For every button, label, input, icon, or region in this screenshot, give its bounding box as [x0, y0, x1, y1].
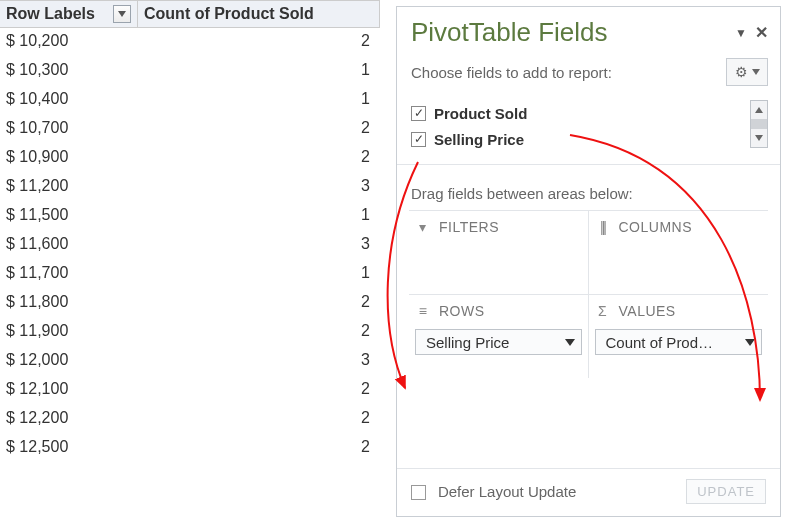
row-label: $ 11,900 [0, 318, 138, 347]
field-list-scrollbar[interactable] [750, 100, 768, 148]
row-label: $ 10,700 [0, 115, 138, 144]
drag-instruction: Drag fields between areas below: [397, 164, 780, 210]
rows-field-label: Selling Price [426, 334, 509, 351]
row-value: 2 [138, 144, 380, 173]
values-field-pill[interactable]: Count of Prod… [595, 329, 763, 355]
table-row[interactable]: $ 10,9002 [0, 144, 380, 173]
rows-header: ROWS [439, 303, 485, 319]
sigma-icon: Σ [595, 303, 611, 319]
defer-layout-row[interactable]: Defer Layout Update [411, 483, 576, 501]
row-label: $ 10,400 [0, 86, 138, 115]
table-row[interactable]: $ 11,6003 [0, 231, 380, 260]
table-row[interactable]: $ 10,7002 [0, 115, 380, 144]
chevron-down-icon[interactable]: ▼ [735, 26, 747, 40]
update-button[interactable]: UPDATE [686, 479, 766, 504]
table-row[interactable]: $ 11,5001 [0, 202, 380, 231]
table-row[interactable]: $ 12,2002 [0, 405, 380, 434]
chevron-down-icon [565, 339, 575, 346]
filter-icon: ▾ [415, 219, 431, 235]
table-row[interactable]: $ 12,5002 [0, 434, 380, 463]
row-label: $ 11,600 [0, 231, 138, 260]
scroll-up-button[interactable] [751, 101, 767, 119]
rows-field-pill[interactable]: Selling Price [415, 329, 582, 355]
table-row[interactable]: $ 11,8002 [0, 289, 380, 318]
table-row[interactable]: $ 12,0003 [0, 347, 380, 376]
pivot-table: Row Labels Count of Product Sold $ 10,20… [0, 0, 380, 523]
count-header: Count of Product Sold [138, 1, 380, 27]
chevron-down-icon [118, 11, 126, 17]
row-label: $ 11,700 [0, 260, 138, 289]
row-label: $ 11,800 [0, 289, 138, 318]
field-item-selling-price[interactable]: ✓ Selling Price [411, 126, 768, 152]
columns-area[interactable]: ||| COLUMNS [589, 210, 769, 294]
row-label: $ 11,200 [0, 173, 138, 202]
columns-icon: ||| [595, 219, 611, 235]
table-row[interactable]: $ 10,2002 [0, 28, 380, 57]
rows-area[interactable]: ≡ ROWS Selling Price [409, 294, 589, 378]
pivottable-fields-pane: PivotTable Fields ▼ ✕ Choose fields to a… [396, 6, 781, 517]
row-value: 2 [138, 405, 380, 434]
row-label: $ 10,300 [0, 57, 138, 86]
row-value: 3 [138, 173, 380, 202]
count-header-text: Count of Product Sold [144, 5, 314, 23]
row-value: 1 [138, 260, 380, 289]
table-row[interactable]: $ 11,2003 [0, 173, 380, 202]
row-value: 2 [138, 376, 380, 405]
row-labels-filter-button[interactable] [113, 5, 131, 23]
pivot-body: $ 10,2002$ 10,3001$ 10,4001$ 10,7002$ 10… [0, 28, 380, 463]
field-label: Selling Price [434, 131, 524, 148]
table-row[interactable]: $ 11,9002 [0, 318, 380, 347]
row-value: 1 [138, 57, 380, 86]
gear-icon: ⚙ [735, 64, 748, 80]
defer-label: Defer Layout Update [438, 483, 576, 500]
table-row[interactable]: $ 10,4001 [0, 86, 380, 115]
drop-areas: ▾ FILTERS ||| COLUMNS ≡ ROWS Selling Pri… [397, 210, 780, 378]
row-label: $ 12,000 [0, 347, 138, 376]
checkbox-checked-icon[interactable]: ✓ [411, 106, 426, 121]
field-item-product-sold[interactable]: ✓ Product Sold [411, 100, 768, 126]
row-value: 2 [138, 28, 380, 57]
row-value: 2 [138, 434, 380, 463]
pivot-header-row: Row Labels Count of Product Sold [0, 0, 380, 28]
field-list: ✓ Product Sold ✓ Selling Price [397, 96, 780, 156]
scroll-down-button[interactable] [751, 129, 767, 147]
checkbox-checked-icon[interactable]: ✓ [411, 132, 426, 147]
filters-area[interactable]: ▾ FILTERS [409, 210, 589, 294]
close-icon[interactable]: ✕ [755, 23, 768, 42]
table-row[interactable]: $ 11,7001 [0, 260, 380, 289]
row-label: $ 10,900 [0, 144, 138, 173]
row-value: 1 [138, 202, 380, 231]
row-label: $ 12,200 [0, 405, 138, 434]
row-labels-header: Row Labels [0, 1, 138, 27]
row-value: 3 [138, 347, 380, 376]
chevron-down-icon [752, 69, 760, 75]
table-row[interactable]: $ 12,1002 [0, 376, 380, 405]
tools-button[interactable]: ⚙ [726, 58, 768, 86]
chevron-up-icon [755, 107, 763, 113]
row-label: $ 12,100 [0, 376, 138, 405]
row-label: $ 12,500 [0, 434, 138, 463]
row-value: 2 [138, 318, 380, 347]
row-value: 1 [138, 86, 380, 115]
row-labels-text: Row Labels [6, 5, 95, 23]
row-label: $ 10,200 [0, 28, 138, 57]
pane-title: PivotTable Fields [411, 17, 608, 48]
filters-header: FILTERS [439, 219, 499, 235]
chevron-down-icon [745, 339, 755, 346]
values-field-label: Count of Prod… [606, 334, 714, 351]
chevron-down-icon [755, 135, 763, 141]
rows-icon: ≡ [415, 303, 431, 319]
scroll-thumb[interactable] [751, 119, 767, 129]
row-value: 3 [138, 231, 380, 260]
columns-header: COLUMNS [619, 219, 693, 235]
row-value: 2 [138, 115, 380, 144]
row-label: $ 11,500 [0, 202, 138, 231]
values-area[interactable]: Σ VALUES Count of Prod… [589, 294, 769, 378]
row-value: 2 [138, 289, 380, 318]
values-header: VALUES [619, 303, 676, 319]
table-row[interactable]: $ 10,3001 [0, 57, 380, 86]
pane-subtitle: Choose fields to add to report: [411, 64, 612, 81]
checkbox-unchecked-icon[interactable] [411, 485, 426, 500]
field-label: Product Sold [434, 105, 527, 122]
